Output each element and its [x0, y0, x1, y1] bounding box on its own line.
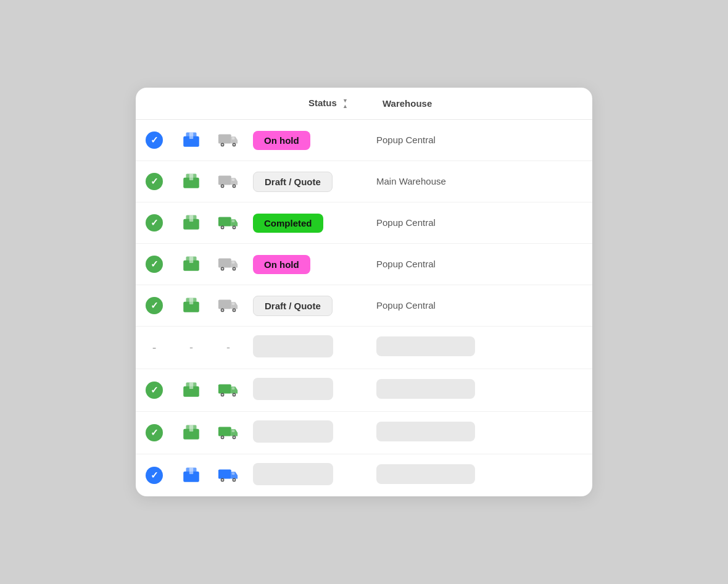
sort-arrows-icon[interactable]: ▼ ▲: [342, 98, 348, 109]
svg-rect-17: [232, 178, 235, 181]
box-td: [173, 454, 210, 497]
warehouse-td: [370, 454, 592, 497]
truck-td: [210, 454, 247, 497]
status-td: Draft / Quote: [247, 161, 370, 202]
svg-point-41: [221, 309, 223, 311]
truck-icon: [218, 211, 239, 232]
warehouse-text: Popup Central: [376, 135, 436, 145]
svg-point-5: [221, 144, 223, 146]
truck-td: [210, 120, 247, 161]
status-badge-completed: Completed: [253, 214, 323, 233]
box-icon: [181, 128, 202, 149]
status-td: On hold: [247, 244, 370, 285]
check-green-icon: ✓: [146, 173, 163, 190]
status-skeleton: [253, 463, 333, 485]
check-cell: ✓: [136, 369, 173, 412]
truck-cell: [218, 128, 239, 149]
status-badge-draft: Draft / Quote: [253, 172, 333, 192]
svg-rect-62: [232, 430, 235, 432]
svg-rect-47: [189, 382, 193, 389]
box-cell: [181, 464, 202, 485]
status-badge-onhold: On hold: [253, 131, 310, 150]
svg-rect-8: [232, 137, 235, 140]
dash-icon: -: [189, 341, 193, 354]
svg-rect-21: [218, 217, 231, 226]
svg-point-59: [221, 436, 223, 438]
svg-rect-26: [232, 220, 235, 222]
warehouse-text: Popup Central: [376, 259, 436, 269]
table-row[interactable]: ✓: [136, 412, 592, 454]
box-cell: -: [181, 337, 202, 358]
truck-icon: [218, 464, 239, 485]
table-row[interactable]: ✓ Draft / Quote Popup Central: [136, 285, 592, 327]
truck-icon: [218, 378, 239, 399]
warehouse-td: Popup Central: [370, 202, 592, 244]
th-warehouse: Warehouse: [370, 88, 592, 120]
warehouse-skeleton: [376, 422, 475, 441]
svg-point-14: [221, 185, 223, 187]
main-card: Status ▼ ▲ Warehouse ✓: [136, 88, 592, 496]
status-td: [247, 412, 370, 454]
status-skeleton: [253, 378, 333, 400]
box-td: [173, 161, 210, 202]
status-td: Draft / Quote: [247, 285, 370, 327]
check-blue-icon: ✓: [146, 467, 163, 484]
box-cell: [181, 211, 202, 232]
truck-td: [210, 161, 247, 202]
warehouse-td: Popup Central: [370, 244, 592, 285]
svg-rect-2: [189, 132, 193, 139]
svg-rect-11: [189, 173, 193, 180]
svg-point-50: [221, 394, 223, 396]
status-badge-onhold: On hold: [253, 255, 310, 274]
box-icon: [181, 464, 202, 485]
table-row[interactable]: ✓: [136, 454, 592, 497]
status-td: [247, 369, 370, 412]
check-green-icon: ✓: [146, 424, 163, 441]
truck-icon: [218, 170, 239, 191]
table-row[interactable]: ✓ Completed Popup Central: [136, 202, 592, 244]
th-box: [173, 88, 210, 120]
box-icon: [181, 252, 202, 273]
warehouse-td: Main Warehouse: [370, 161, 592, 202]
status-badge-draft: Draft / Quote: [253, 296, 333, 316]
box-td: [173, 369, 210, 412]
box-td: -: [173, 327, 210, 369]
svg-point-32: [221, 268, 223, 270]
th-check: [136, 88, 173, 120]
box-td: [173, 412, 210, 454]
table-row[interactable]: - - -: [136, 327, 592, 369]
warehouse-skeleton: [376, 336, 475, 356]
svg-point-23: [221, 227, 223, 228]
warehouse-header-label: Warehouse: [383, 98, 432, 109]
warehouse-td: Popup Central: [370, 285, 592, 327]
box-td: [173, 244, 210, 285]
svg-rect-3: [218, 134, 231, 143]
box-icon: [181, 170, 202, 191]
check-cell: ✓: [136, 285, 173, 327]
warehouse-skeleton: [376, 464, 475, 484]
svg-rect-38: [189, 298, 193, 304]
table-row[interactable]: ✓: [136, 369, 592, 412]
svg-rect-12: [218, 175, 231, 185]
warehouse-skeleton: [376, 379, 475, 399]
box-icon: [181, 211, 202, 232]
table-row[interactable]: ✓ On hold Popup Central: [136, 244, 592, 285]
truck-icon: [218, 294, 239, 315]
th-status[interactable]: Status ▼ ▲: [247, 88, 370, 120]
box-cell: [181, 421, 202, 442]
status-skeleton: [253, 420, 333, 443]
truck-cell: [218, 211, 239, 232]
status-td: [247, 327, 370, 369]
status-td: [247, 454, 370, 497]
check-green-icon: ✓: [146, 214, 163, 232]
truck-cell: [218, 464, 239, 485]
truck-icon: [218, 421, 239, 442]
svg-point-43: [233, 309, 235, 311]
table-row[interactable]: ✓ Draft / Quote Main Warehouse: [136, 161, 592, 202]
warehouse-td: [370, 412, 592, 454]
table-row[interactable]: ✓ On hold Popup Central: [136, 120, 592, 161]
svg-point-25: [233, 227, 235, 228]
svg-point-52: [233, 394, 235, 396]
box-td: [173, 202, 210, 244]
svg-rect-35: [232, 261, 235, 264]
